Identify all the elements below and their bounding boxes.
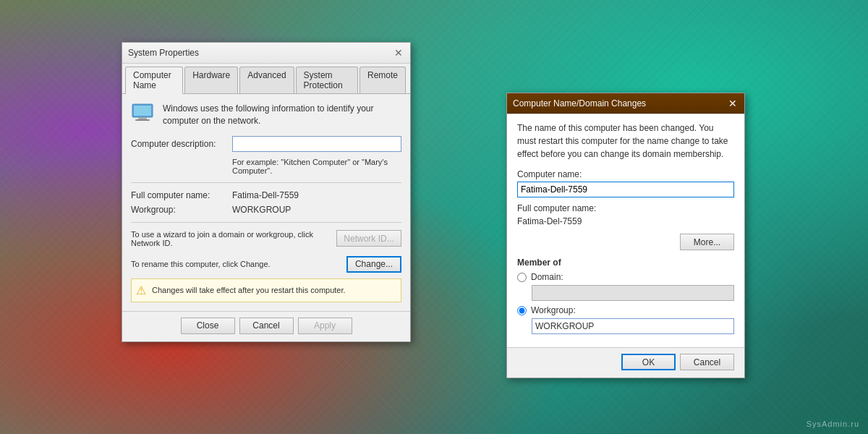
info-section: Windows uses the following information t… [131, 103, 401, 127]
full-computer-name-row: Full computer name: Fatima-Dell-7559 [131, 190, 401, 200]
warning-text: Changes will take effect after you resta… [152, 286, 346, 294]
system-properties-title-bar: System Properties ✕ [122, 43, 410, 64]
warning-row: ⚠ Changes will take effect after you res… [131, 278, 401, 302]
rename-row: To rename this computer, click Change. C… [131, 256, 401, 273]
cn-title-bar: Computer Name/Domain Changes ✕ [507, 93, 744, 114]
cn-cancel-button[interactable]: Cancel [680, 354, 734, 370]
svg-rect-2 [138, 117, 147, 119]
network-id-button[interactable]: Network ID... [336, 230, 401, 247]
separator-1 [131, 182, 401, 183]
cn-computer-name-label: Computer name: [517, 169, 734, 179]
cn-description: The name of this computer has been chang… [517, 122, 734, 161]
svg-rect-3 [135, 119, 150, 121]
watermark: SysAdmin.ru [807, 420, 859, 428]
computer-icon [131, 103, 154, 123]
workgroup-value: WORKGROUP [232, 205, 291, 215]
cn-domain-radio-row: Domain: [517, 272, 734, 282]
system-properties-dialog: System Properties ✕ Computer Name Hardwa… [122, 42, 411, 342]
tabs-bar: Computer Name Hardware Advanced System P… [122, 64, 410, 94]
cn-footer: OK Cancel [507, 347, 744, 378]
tab-remote[interactable]: Remote [359, 67, 406, 93]
cn-full-computer-name-value: Fatima-Del-7559 [517, 216, 734, 226]
network-row: To use a wizard to join a domain or work… [131, 230, 401, 247]
apply-button[interactable]: Apply [298, 318, 352, 334]
cn-workgroup-input[interactable] [532, 318, 734, 334]
system-properties-footer: Close Cancel Apply [122, 311, 410, 341]
system-properties-content: Windows uses the following information t… [122, 94, 410, 311]
svg-rect-1 [134, 106, 151, 116]
system-properties-close-button[interactable]: ✕ [393, 47, 404, 59]
tab-advanced[interactable]: Advanced [239, 67, 294, 93]
rename-note: To rename this computer, click Change. [131, 260, 346, 268]
tab-system-protection[interactable]: System Protection [296, 67, 358, 93]
cancel-button[interactable]: Cancel [239, 318, 294, 334]
cn-dialog: Computer Name/Domain Changes ✕ The name … [506, 93, 745, 378]
cn-member-of-label: Member of [517, 258, 734, 268]
workgroup-row: Workgroup: WORKGROUP [131, 205, 401, 215]
workgroup-label: Workgroup: [131, 205, 232, 215]
full-computer-name-label: Full computer name: [131, 190, 232, 200]
cn-computer-name-input[interactable] [517, 182, 734, 197]
computer-description-row: Computer description: [131, 136, 401, 152]
cn-domain-input[interactable] [532, 285, 734, 301]
system-properties-title: System Properties [128, 48, 199, 58]
cn-more-row: More... [517, 234, 734, 250]
cn-workgroup-label: Workgroup: [531, 305, 576, 315]
cn-ok-button[interactable]: OK [621, 354, 676, 370]
cn-full-computer-name-label: Full computer name: [517, 203, 734, 213]
tab-hardware[interactable]: Hardware [184, 67, 238, 93]
cn-more-button[interactable]: More... [680, 234, 734, 250]
cn-domain-label: Domain: [531, 272, 563, 282]
cn-close-button[interactable]: ✕ [727, 98, 739, 109]
change-button[interactable]: Change... [346, 256, 401, 273]
cn-workgroup-radio[interactable] [517, 306, 527, 315]
cn-title: Computer Name/Domain Changes [513, 98, 646, 109]
separator-2 [131, 222, 401, 223]
cn-content: The name of this computer has been chang… [507, 114, 744, 347]
cn-domain-radio[interactable] [517, 273, 527, 282]
close-button[interactable]: Close [181, 318, 235, 334]
full-computer-name-value: Fatima-Dell-7559 [232, 190, 299, 200]
info-text: Windows uses the following information t… [163, 103, 401, 127]
warning-icon: ⚠ [136, 284, 146, 297]
network-note: To use a wizard to join a domain or work… [131, 230, 336, 247]
computer-description-hint: For example: "Kitchen Computer" or "Mary… [232, 158, 401, 175]
computer-description-input[interactable] [232, 136, 401, 152]
computer-description-label: Computer description: [131, 139, 232, 149]
tab-computer-name[interactable]: Computer Name [125, 67, 183, 94]
cn-workgroup-radio-row: Workgroup: [517, 305, 734, 315]
